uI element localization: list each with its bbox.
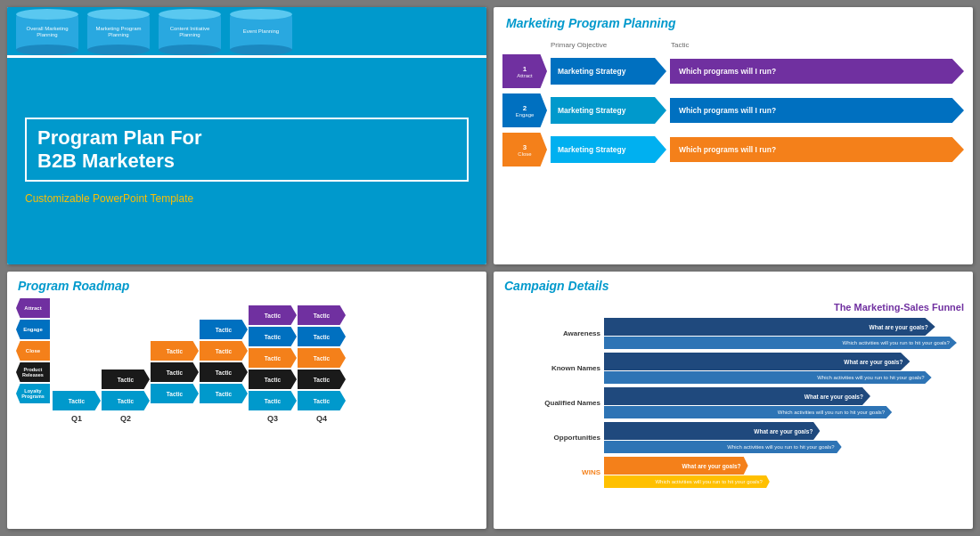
col3-t5: Tactic bbox=[151, 384, 199, 403]
cyl2-label: Marketing Program Planning bbox=[87, 26, 150, 38]
funnel-chart-title: The Marketing-Sales Funnel bbox=[502, 298, 964, 314]
q2-t4: Tactic bbox=[102, 370, 150, 389]
program-row-2: 2 Engage Marketing Strategy Which progra… bbox=[502, 93, 964, 127]
funnel-row-wins: WINS What are your goals? Which activiti… bbox=[502, 457, 964, 488]
cylinder-1: Overall Marketing Planning bbox=[16, 14, 78, 50]
funnel-row-known: Known Names What are your goals? Which a… bbox=[502, 353, 964, 384]
row-label-attract: Attract bbox=[16, 298, 50, 318]
strategy-1: Marketing Strategy bbox=[551, 58, 666, 85]
program-row-3: 3 Close Marketing Strategy Which program… bbox=[502, 133, 964, 166]
pent-2: 2 Engage bbox=[502, 93, 547, 127]
col-primary-label: Primary Objective bbox=[551, 41, 671, 49]
row-label-product: ProductReleases bbox=[16, 362, 50, 382]
slide-2: Marketing Program Planning Primary Objec… bbox=[494, 7, 973, 264]
col4-t2: Tactic bbox=[200, 320, 248, 339]
row-label-engage: Engage bbox=[16, 320, 50, 339]
cylinder-4: Event Planning bbox=[230, 14, 292, 50]
tactic-1: Which programs will I run? bbox=[670, 59, 964, 84]
q4-t3: Tactic bbox=[298, 348, 346, 368]
q4-t5: Tactic bbox=[298, 391, 346, 410]
strategy-3: Marketing Strategy bbox=[551, 136, 666, 163]
col3-t3: Tactic bbox=[151, 341, 199, 361]
row-label-close: Close bbox=[16, 341, 50, 361]
col4-t3: Tactic bbox=[200, 341, 248, 361]
pent-1: 1 Attract bbox=[502, 54, 547, 88]
q4-t1: Tactic bbox=[298, 305, 346, 325]
q3-t5: Tactic bbox=[249, 391, 297, 410]
cyl3-label: Content InitiativePlanning bbox=[170, 26, 210, 38]
col-tactic-label: Tactic bbox=[671, 41, 689, 49]
col4-t5: Tactic bbox=[200, 384, 248, 403]
slide2-title: Marketing Program Planning bbox=[506, 16, 960, 30]
col4-t4: Tactic bbox=[200, 362, 248, 382]
cyl1-label: Overall Marketing Planning bbox=[16, 26, 78, 38]
strategy-2: Marketing Strategy bbox=[551, 97, 666, 124]
slide-4: Campaign Details The Marketing-Sales Fun… bbox=[494, 272, 973, 529]
slide1-cylinders-row: Overall Marketing Planning Marketing Pro… bbox=[7, 7, 486, 58]
q3-t1: Tactic bbox=[249, 305, 297, 325]
q2-t5: Tactic bbox=[102, 391, 150, 410]
funnel-row-qualified: Qualified Names What are your goals? Whi… bbox=[502, 387, 964, 418]
slide1-content: Program Plan For B2B Marketers Customiza… bbox=[7, 58, 486, 264]
q4-t2: Tactic bbox=[298, 327, 346, 346]
q3-t3: Tactic bbox=[249, 348, 297, 368]
tactic-2: Which programs will I run? bbox=[670, 98, 964, 123]
funnel-row-awareness: Awareness What are your goals? Which act… bbox=[502, 318, 964, 349]
cyl4-label: Event Planning bbox=[243, 28, 279, 35]
program-row-1: 1 Attract Marketing Strategy Which progr… bbox=[502, 54, 964, 88]
row-label-loyalty: LoyaltyPrograms bbox=[16, 384, 50, 403]
slide1-title: Program Plan For B2B Marketers bbox=[25, 118, 469, 183]
pent-3: 3 Close bbox=[502, 133, 547, 166]
cylinder-2: Marketing Program Planning bbox=[87, 14, 150, 50]
q3-t4: Tactic bbox=[249, 370, 297, 389]
q1-t5: Tactic bbox=[53, 391, 101, 410]
tactic-3: Which programs will I run? bbox=[670, 137, 964, 162]
cylinder-3: Content InitiativePlanning bbox=[159, 14, 221, 50]
slide3-title: Program Roadmap bbox=[18, 279, 476, 293]
q3-t2: Tactic bbox=[249, 327, 297, 346]
slide-3: Program Roadmap Attract Engage Close Pro… bbox=[7, 272, 486, 529]
slide-1: Overall Marketing Planning Marketing Pro… bbox=[7, 7, 486, 264]
col3-t4: Tactic bbox=[151, 362, 199, 382]
slide4-title: Campaign Details bbox=[504, 279, 962, 293]
slide1-subtitle: Customizable PowerPoint Template bbox=[25, 192, 469, 205]
funnel-row-opportunities: Opportunities What are your goals? Which… bbox=[502, 422, 964, 453]
q4-t4: Tactic bbox=[298, 370, 346, 389]
